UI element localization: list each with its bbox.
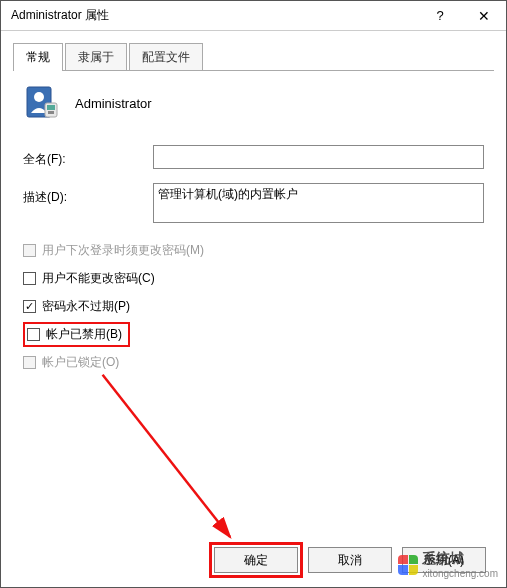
tab-strip: 常规 隶属于 配置文件 [13, 41, 494, 71]
tab-content-general: Administrator 全名(F): 描述(D): 用户下次登录时须更改密码… [1, 71, 506, 371]
cancel-button[interactable]: 取消 [308, 547, 392, 573]
description-label: 描述(D): [23, 183, 153, 206]
dialog-button-row: 确定 取消 应用(A) [1, 547, 506, 573]
checkbox-cantchange[interactable]: 用户不能更改密码(C) [23, 269, 484, 287]
checkbox-icon [23, 300, 36, 313]
titlebar: Administrator 属性 ? ✕ [1, 1, 506, 31]
tab-label: 常规 [26, 50, 50, 64]
tab-label: 配置文件 [142, 50, 190, 64]
checkbox-label: 帐户已锁定(O) [42, 354, 119, 371]
checkbox-label: 密码永不过期(P) [42, 298, 130, 315]
tab-general[interactable]: 常规 [13, 43, 63, 71]
checkbox-label: 用户下次登录时须更改密码(M) [42, 242, 204, 259]
close-button[interactable]: ✕ [462, 1, 506, 31]
fullname-input[interactable] [153, 145, 484, 169]
description-row: 描述(D): [23, 183, 484, 223]
svg-line-5 [103, 375, 230, 537]
fullname-row: 全名(F): [23, 145, 484, 169]
annotation-highlight-checkbox: 帐户已禁用(B) [23, 322, 130, 347]
checkbox-icon [27, 328, 40, 341]
tab-profile[interactable]: 配置文件 [129, 43, 203, 70]
apply-button[interactable]: 应用(A) [402, 547, 486, 573]
checkbox-icon [23, 356, 36, 369]
checkbox-disabled[interactable]: 帐户已禁用(B) [23, 325, 484, 343]
help-button[interactable]: ? [418, 1, 462, 31]
tab-memberof[interactable]: 隶属于 [65, 43, 127, 70]
account-name: Administrator [75, 96, 152, 111]
checkbox-icon [23, 272, 36, 285]
checkbox-icon [23, 244, 36, 257]
checkbox-locked: 帐户已锁定(O) [23, 353, 484, 371]
checkbox-label: 帐户已禁用(B) [46, 326, 122, 343]
svg-rect-4 [47, 105, 55, 110]
account-header: Administrator [23, 85, 484, 121]
checkbox-mustchange: 用户下次登录时须更改密码(M) [23, 241, 484, 259]
description-input[interactable] [153, 183, 484, 223]
user-icon [23, 85, 59, 121]
properties-dialog: Administrator 属性 ? ✕ 常规 隶属于 配置文件 [0, 0, 507, 588]
svg-point-1 [34, 92, 44, 102]
checkbox-group: 用户下次登录时须更改密码(M) 用户不能更改密码(C) 密码永不过期(P) 帐户… [23, 241, 484, 371]
svg-rect-3 [48, 111, 54, 114]
fullname-label: 全名(F): [23, 145, 153, 168]
checkbox-label: 用户不能更改密码(C) [42, 270, 155, 287]
checkbox-neverexpire[interactable]: 密码永不过期(P) [23, 297, 484, 315]
window-title: Administrator 属性 [11, 7, 418, 24]
ok-button[interactable]: 确定 [214, 547, 298, 573]
tab-label: 隶属于 [78, 50, 114, 64]
